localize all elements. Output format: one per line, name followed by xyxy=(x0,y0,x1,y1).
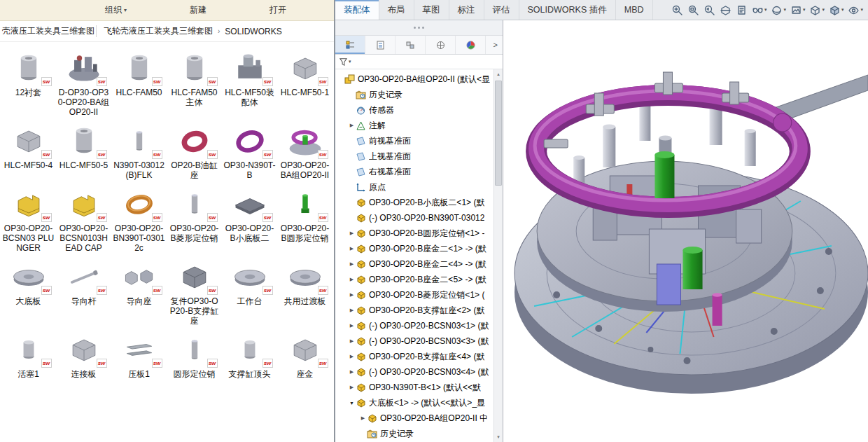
expand-arrow-icon[interactable]: ▶ xyxy=(348,369,356,375)
tree-item[interactable]: ▶OP30-OP20-B座金二<4> -> (默 xyxy=(335,256,493,272)
expand-arrow-icon[interactable]: ▼ xyxy=(348,401,356,406)
file-item[interactable]: sw大底板 xyxy=(1,259,56,326)
tree-item[interactable]: ▶OP30-OP20-B菱形定位销<1> ( xyxy=(335,287,493,303)
expand-arrow-icon[interactable]: ▶ xyxy=(348,277,356,282)
file-item[interactable]: sw导向杆 xyxy=(57,259,111,326)
tab-addins[interactable]: SOLIDWORKS 插件 xyxy=(519,0,616,20)
tree-item[interactable]: ▶OP30-OP20-B座金二<5> -> (默 xyxy=(335,272,493,287)
section-view-icon[interactable] xyxy=(718,3,734,18)
tree-item[interactable]: ▶注解 xyxy=(335,118,493,133)
expand-arrow-icon[interactable]: ▶ xyxy=(348,354,356,359)
expand-arrow-icon[interactable]: ▶ xyxy=(348,308,356,313)
file-item[interactable]: swHLC-FAM50 xyxy=(112,50,167,117)
expand-arrow-icon[interactable]: ▶ xyxy=(348,385,356,390)
tree-item[interactable]: ▶OP30-N390T-B<1> (默认<<默 xyxy=(335,380,493,395)
featuremanager-design-tree-tab[interactable] xyxy=(335,36,365,54)
displaymanager-tab[interactable] xyxy=(456,36,486,54)
tab-annotate[interactable]: 标注 xyxy=(449,0,484,20)
visibility-options-icon[interactable]: ▾ xyxy=(846,3,865,18)
tree-item[interactable]: ▶OP30-OP20-B座金二<1> -> (默 xyxy=(335,241,493,256)
file-item[interactable]: sw支撑缸顶头 xyxy=(223,332,277,379)
tree-scrollbar[interactable]: ▴ ▾ xyxy=(493,69,503,442)
tree-item[interactable]: OP30-OP20-B小底板二<1> (默 xyxy=(335,195,493,210)
file-item[interactable]: sw圆形定位销 xyxy=(167,332,222,379)
tab-layout[interactable]: 布局 xyxy=(379,0,414,20)
expand-arrow-icon[interactable]: ▶ xyxy=(348,292,356,298)
file-item[interactable]: swD-OP30-OP30-OP20-BA组OP20-II xyxy=(57,50,111,117)
file-item[interactable]: swOP30-N390T-B xyxy=(223,123,277,180)
tab-sketch[interactable]: 草图 xyxy=(414,0,449,20)
expand-arrow-icon[interactable]: ▶ xyxy=(348,230,356,236)
file-item[interactable]: swOP30-OP20-B圆形定位销 xyxy=(278,186,332,253)
file-item[interactable]: sw复件OP30-OP20-B支撑缸座 xyxy=(167,259,222,326)
file-item[interactable]: swOP30-OP20-BCSN03 PLUNGER xyxy=(1,186,56,253)
scroll-down-icon[interactable]: ▾ xyxy=(494,432,503,442)
scrollbar-thumb[interactable] xyxy=(495,81,502,186)
view-orientation-icon[interactable]: ▾ xyxy=(807,3,827,18)
zoom-area-icon[interactable] xyxy=(685,3,701,18)
tree-item[interactable]: ▶OP30-OP20-B支撑缸座<4> (默 xyxy=(335,349,493,364)
annotation-view-icon[interactable] xyxy=(734,3,750,18)
tree-item[interactable]: 原点 xyxy=(335,179,493,195)
open-button[interactable]: 打开 xyxy=(262,2,293,18)
tree-item[interactable]: OP30-OP20-BA组OP20-II (默认<显 xyxy=(335,71,493,87)
tree-item[interactable]: ▶OP30-OP20-B圆形定位销<1> - xyxy=(335,226,493,241)
hide-show-icon[interactable]: ▾ xyxy=(750,3,769,18)
tree-item[interactable]: ▶(-) OP30-OP20-BCSN03<4> (默 xyxy=(335,364,493,380)
expand-arrow-icon[interactable]: ▶ xyxy=(359,415,367,421)
file-item[interactable]: swOP30-OP20-BA组OP20-II xyxy=(278,123,332,180)
tab-assembly[interactable]: 装配体 xyxy=(335,0,379,20)
filter-icon[interactable] xyxy=(339,57,348,67)
file-item[interactable]: swHLC-MF50-4 xyxy=(1,123,56,180)
appearance-icon[interactable]: ▾ xyxy=(769,3,788,18)
tree-item[interactable]: ▶(-) OP30-OP20-BCSN03<1> (默 xyxy=(335,318,493,333)
expand-arrow-icon[interactable]: ▶ xyxy=(348,323,356,329)
tree-item[interactable]: 历史记录 xyxy=(335,426,493,441)
breadcrumb-subfolder[interactable]: SOLIDWORKS xyxy=(225,27,281,36)
dimxpertmanager-tab[interactable] xyxy=(426,36,456,54)
file-item[interactable]: swHLC-MF50-1 xyxy=(278,50,332,117)
zoom-previous-icon[interactable] xyxy=(701,3,718,18)
file-item[interactable]: swHLC-MF50-5 xyxy=(57,123,111,180)
propertymanager-tab[interactable] xyxy=(365,36,396,54)
panel-splitter-handle[interactable] xyxy=(414,27,424,29)
file-item[interactable]: swOP20-B油缸座 xyxy=(167,123,222,180)
new-button[interactable]: 新建 xyxy=(183,2,214,18)
expand-arrow-icon[interactable]: ▶ xyxy=(348,338,356,344)
expand-arrow-icon[interactable]: ▶ xyxy=(348,123,356,128)
tree-item[interactable]: ▶OP30-OP20-B支撑缸座<2> (默 xyxy=(335,303,493,318)
file-item[interactable]: sw座金 xyxy=(278,332,332,379)
file-item[interactable]: sw活塞1 xyxy=(1,332,56,379)
tree-item[interactable]: 上视基准面 xyxy=(335,149,493,164)
tab-mbd[interactable]: MBD xyxy=(616,0,653,20)
organize-button[interactable]: 组织 ▾ xyxy=(98,2,134,18)
file-item[interactable]: sw共用过渡板 xyxy=(278,259,332,326)
tree-item[interactable]: 传感器 xyxy=(335,102,493,118)
expand-arrow-icon[interactable]: ▶ xyxy=(348,246,356,251)
file-item[interactable]: sw连接板 xyxy=(57,332,111,379)
tree-item[interactable]: ▶OP30-OP20-BA组OP20-II 中 xyxy=(335,410,493,426)
file-item[interactable]: swOP30-OP20-BCSN0103HEAD CAP xyxy=(57,186,111,253)
expand-arrow-icon[interactable]: ▶ xyxy=(348,261,356,267)
tree-item[interactable]: (-) OP30-OP20-BN390T-03012 xyxy=(335,210,493,226)
file-item[interactable]: swOP30-OP20-BN390T-03012c xyxy=(112,186,167,253)
scroll-up-icon[interactable]: ▴ xyxy=(494,69,503,79)
file-item[interactable]: swOP30-OP20-B小底板二 xyxy=(223,186,277,253)
tree-item[interactable]: 前视基准面 xyxy=(335,133,493,149)
file-item[interactable]: sw压板1 xyxy=(112,332,167,379)
file-item[interactable]: swN390T-03012(B)FLK xyxy=(112,123,167,180)
graphics-area[interactable] xyxy=(503,20,868,442)
tab-evaluate[interactable]: 评估 xyxy=(484,0,519,20)
file-item[interactable]: sw导向座 xyxy=(112,259,167,326)
breadcrumb-folder[interactable]: 飞轮壳液压工装夹具三维套图 xyxy=(104,25,213,37)
tree-item[interactable]: ▶(-) OP30-OP20-BCSN03<3> (默 xyxy=(335,333,493,349)
display-style-icon[interactable]: ▾ xyxy=(827,3,846,18)
file-item[interactable]: swOP30-OP20-B菱形定位销 xyxy=(167,186,222,253)
folder-tab[interactable]: 壳液压工装夹具三维套图 xyxy=(0,25,97,37)
zoom-fit-icon[interactable] xyxy=(669,3,685,18)
file-item[interactable]: sw工作台 xyxy=(223,259,277,326)
panel-tabs-overflow-button[interactable]: > xyxy=(489,36,503,54)
file-item[interactable]: swHLC-MF50装配体 xyxy=(223,50,277,117)
scene-icon[interactable]: ▾ xyxy=(788,3,808,18)
file-item[interactable]: sw12衬套 xyxy=(1,50,56,117)
